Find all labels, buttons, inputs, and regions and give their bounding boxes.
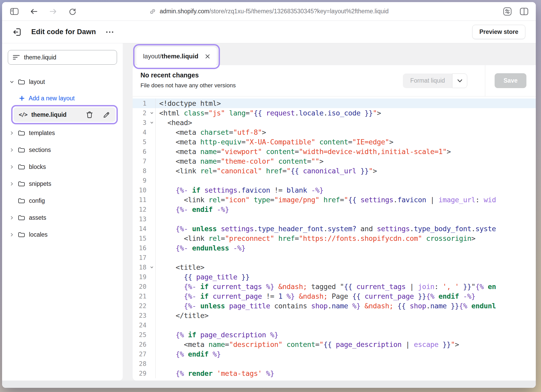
- code-line-25[interactable]: 25 {% if page_description %}: [133, 330, 536, 340]
- gutter: 16: [133, 243, 156, 253]
- code-line-22[interactable]: 22 {%- unless page_title contains shop.n…: [133, 301, 536, 311]
- close-icon[interactable]: [205, 54, 210, 59]
- address-bar[interactable]: admin.shopify.com/store/rzq1xu-f5/themes…: [149, 8, 389, 15]
- page-settings-icon[interactable]: [503, 7, 512, 16]
- exit-icon[interactable]: [13, 27, 22, 37]
- split-view-icon[interactable]: [520, 7, 528, 16]
- code-line-29[interactable]: 29 {% render 'meta-tags' %}: [133, 369, 536, 378]
- code-editor[interactable]: 1<!doctype html>2<html class="js" lang="…: [133, 96, 536, 381]
- code-text: {% render 'meta-tags' %}: [159, 369, 274, 377]
- code-line-21[interactable]: 21 {%- if current_page != 1 %} &ndash; P…: [133, 291, 536, 301]
- chevron-right-icon[interactable]: [9, 232, 14, 237]
- code-line-6[interactable]: 6 <meta name="viewport" content="width=d…: [133, 147, 536, 156]
- save-button[interactable]: Save: [495, 73, 526, 88]
- code-line-11[interactable]: 11 <link rel="icon" type="image/png" hre…: [133, 195, 536, 205]
- tree-folder-blocks[interactable]: blocks: [2, 160, 119, 174]
- chevron-right-icon[interactable]: [9, 216, 14, 220]
- chevron-right-icon[interactable]: [9, 165, 14, 169]
- folder-label: assets: [29, 214, 46, 221]
- tree-folder-layout[interactable]: layout: [2, 75, 119, 89]
- line-number: 9: [133, 177, 148, 184]
- sidebar-toggle-icon[interactable]: [10, 8, 19, 15]
- tree-folder-snippets[interactable]: snippets: [2, 176, 119, 191]
- gutter: 27: [133, 349, 156, 359]
- code-line-13[interactable]: 13: [133, 214, 536, 224]
- line-number: 20: [133, 283, 148, 290]
- code-text: <meta name="theme-color" content="">: [159, 157, 323, 165]
- code-text: {% endif %}: [159, 350, 221, 358]
- add-new-layout-label: Add a new layout: [29, 95, 75, 102]
- gutter: 10: [133, 185, 156, 195]
- code-line-5[interactable]: 5 <meta http-equiv="X-UA-Compatible" con…: [133, 137, 536, 147]
- fold-toggle-icon[interactable]: [148, 111, 155, 115]
- line-number: 27: [133, 351, 148, 358]
- line-number: 1: [133, 100, 148, 107]
- status-subtitle: File does not have any other versions: [140, 82, 395, 89]
- forward-icon[interactable]: [49, 8, 57, 15]
- folder-label: templates: [29, 130, 55, 137]
- folder-icon: [18, 215, 25, 221]
- chevron-right-icon[interactable]: [9, 182, 14, 186]
- url-domain: admin.shopify.com: [160, 8, 209, 15]
- tree-folder-assets[interactable]: assets: [2, 210, 119, 225]
- code-text: <link rel="canonical" href="{{ canonical…: [159, 167, 377, 175]
- code-line-1[interactable]: 1<!doctype html>: [133, 99, 536, 108]
- code-text: <link rel="preconnect" href="https://fon…: [159, 234, 475, 242]
- code-text: {%- endif -%}: [159, 205, 229, 213]
- code-line-8[interactable]: 8 <link rel="canonical" href="{{ canonic…: [133, 166, 536, 176]
- reload-icon[interactable]: [68, 7, 77, 16]
- code-text: {{ page_title }}: [159, 273, 250, 281]
- file-label: theme.liquid: [31, 111, 66, 118]
- chevron-right-icon[interactable]: [9, 131, 14, 135]
- code-line-4[interactable]: 4 <meta charset="utf-8">: [133, 127, 536, 137]
- code-line-20[interactable]: 20 {%- if current_tags %} &ndash; tagged…: [133, 282, 536, 291]
- ellipsis-icon[interactable]: [105, 30, 114, 34]
- code-line-3[interactable]: 3 <head>: [133, 118, 536, 127]
- code-line-28[interactable]: 28: [133, 359, 536, 369]
- tree-folder-config[interactable]: config: [2, 193, 119, 208]
- code-line-14[interactable]: 14 {%- unless settings.type_header_font.…: [133, 224, 536, 234]
- code-text: {% if page_description %}: [159, 331, 278, 339]
- version-status: No recent changes File does not have any…: [133, 65, 403, 96]
- window-bottom-strip: [2, 381, 536, 388]
- code-line-23[interactable]: 23 </title>: [133, 311, 536, 320]
- tree-folder-locales[interactable]: locales: [2, 227, 119, 242]
- code-line-10[interactable]: 10 {%- if settings.favicon != blank -%}: [133, 185, 536, 195]
- chevron-right-icon[interactable]: [9, 148, 14, 152]
- code-line-26[interactable]: 26 <meta name="description" content="{{ …: [133, 340, 536, 349]
- code-line-16[interactable]: 16 {%- endunless -%}: [133, 243, 536, 253]
- pencil-icon[interactable]: [103, 111, 110, 119]
- code-line-19[interactable]: 19 {{ page_title }}: [133, 272, 536, 282]
- tab-theme-liquid[interactable]: layout/theme.liquid: [136, 47, 217, 66]
- format-dropdown-toggle[interactable]: [452, 74, 467, 88]
- code-text: <meta charset="utf-8">: [159, 128, 266, 136]
- add-new-layout-link[interactable]: Add a new layout: [2, 91, 119, 105]
- line-number: 4: [133, 129, 148, 136]
- trash-icon[interactable]: [86, 111, 93, 119]
- tree-folder-sections[interactable]: sections: [2, 143, 119, 157]
- code-line-15[interactable]: 15 <link rel="preconnect" href="https://…: [133, 234, 536, 243]
- tree-folder-templates[interactable]: templates: [2, 126, 119, 140]
- code-line-18[interactable]: 18 <title>: [133, 262, 536, 272]
- link-icon: [149, 8, 156, 15]
- code-line-12[interactable]: 12 {%- endif -%}: [133, 205, 536, 214]
- line-number: 26: [133, 341, 148, 348]
- format-liquid-button[interactable]: Format liquid: [403, 74, 467, 88]
- code-line-7[interactable]: 7 <meta name="theme-color" content="">: [133, 156, 536, 166]
- app-header: Edit code for Dawn Preview store: [2, 21, 536, 43]
- code-line-9[interactable]: 9: [133, 176, 536, 185]
- back-icon[interactable]: [30, 8, 38, 15]
- gutter: 20: [133, 282, 156, 291]
- fold-toggle-icon[interactable]: [148, 266, 155, 269]
- code-line-17[interactable]: 17: [133, 253, 536, 262]
- code-line-24[interactable]: 24: [133, 320, 536, 330]
- code-line-27[interactable]: 27 {% endif %}: [133, 349, 536, 359]
- fold-toggle-icon[interactable]: [148, 121, 155, 124]
- code-line-2[interactable]: 2<html class="js" lang="{{ request.local…: [133, 108, 536, 118]
- code-text: {%- if current_page != 1 %} &ndash; Page…: [159, 292, 475, 300]
- preview-store-button[interactable]: Preview store: [472, 25, 525, 39]
- tree-file-theme.liquid[interactable]: </>theme.liquid: [14, 107, 115, 122]
- file-search-input[interactable]: theme.liquid: [8, 50, 117, 65]
- folder-label: sections: [29, 146, 51, 154]
- chevron-down-icon[interactable]: [9, 80, 14, 84]
